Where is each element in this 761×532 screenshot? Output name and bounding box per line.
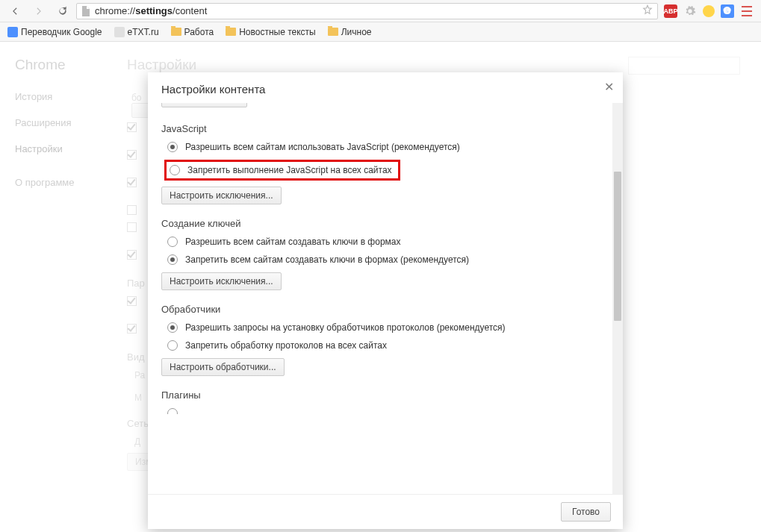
bookmark-label: Переводчик Google (21, 27, 102, 37)
radio-label: Разрешить всем сайтам использовать JavaS… (185, 142, 460, 152)
radio-label: Разрешить запросы на установку обработчи… (185, 322, 506, 333)
arrow-left-icon (10, 6, 20, 16)
adblock-icon[interactable]: ABP (664, 4, 677, 18)
forward-button[interactable] (28, 2, 49, 20)
bookmark-personal[interactable]: Личное (328, 27, 372, 37)
bookmark-translator[interactable]: Переводчик Google (7, 27, 102, 37)
section-keys-title: Создание ключей (161, 218, 609, 229)
handlers-exceptions-button[interactable]: Настроить обработчики... (161, 358, 285, 376)
bookmark-label: Личное (341, 27, 372, 37)
js-exceptions-button[interactable]: Настроить исключения... (161, 187, 282, 204)
bookmark-work[interactable]: Работа (171, 27, 214, 37)
radio-js-allow[interactable]: Разрешить всем сайтам использовать JavaS… (167, 142, 609, 152)
bookmark-icon (7, 27, 18, 37)
arrow-right-icon (34, 6, 44, 16)
url-prefix: chrome:// (95, 5, 135, 16)
menu-icon (742, 6, 752, 7)
browser-toolbar: chrome://settings/content ABP 🅖 (0, 0, 761, 22)
scrollbar-thumb[interactable] (614, 172, 621, 321)
radio-icon (167, 237, 178, 247)
google-translate-icon[interactable]: 🅖 (721, 4, 734, 18)
dialog-close-button[interactable]: ✕ (604, 80, 614, 94)
bookmark-label: Работа (184, 27, 214, 37)
done-button[interactable]: Готово (561, 502, 611, 522)
content-settings-dialog: Настройки контента ✕ ...................… (148, 72, 623, 529)
bookmark-label: eTXT.ru (128, 27, 159, 37)
dialog-footer: Готово (148, 494, 623, 529)
extension-icons: ABP 🅖 (661, 4, 757, 18)
bookmark-label: Новостные тексты (239, 27, 316, 37)
section-handlers-title: Обработчики (161, 304, 609, 315)
radio-label: Запретить выполнение JavaScript на всех … (187, 165, 392, 175)
radio-handlers-allow[interactable]: Разрешить запросы на установку обработчи… (167, 322, 609, 333)
radio-js-block[interactable]: Запретить выполнение JavaScript на всех … (170, 165, 392, 175)
omnibox[interactable]: chrome://settings/content (76, 3, 658, 19)
folder-icon (328, 28, 338, 36)
dialog-body: ............................ JavaScript … (148, 103, 623, 494)
radio-icon (170, 165, 180, 175)
radio-icon (167, 340, 178, 351)
radio-label: Запретить всем сайтам создавать ключи в … (185, 254, 469, 265)
radio-handlers-block[interactable]: Запретить обработку протоколов на всех с… (167, 340, 609, 351)
truncated-exceptions-button[interactable]: ............................ (161, 103, 247, 107)
folder-icon (171, 28, 181, 36)
radio-keys-allow[interactable]: Разрешить всем сайтам создавать ключи в … (167, 237, 609, 247)
highlighted-option: Запретить выполнение JavaScript на всех … (164, 160, 400, 181)
dialog-header: Настройки контента ✕ (148, 72, 623, 103)
extension-gear-icon[interactable] (683, 4, 697, 18)
bookmark-news[interactable]: Новостные тексты (226, 27, 316, 37)
radio-label: Запретить обработку протоколов на всех с… (185, 340, 387, 351)
radio-keys-block[interactable]: Запретить всем сайтам создавать ключи в … (167, 254, 609, 265)
reload-icon (58, 6, 68, 16)
radio-icon (167, 254, 178, 265)
reload-button[interactable] (52, 2, 73, 20)
page-icon (81, 6, 90, 16)
scrollbar-track[interactable] (612, 103, 623, 494)
url-path: /content (173, 5, 207, 16)
dialog-title: Настройки контента (161, 83, 265, 96)
radio-plugins-partial[interactable] (167, 408, 609, 414)
bookmarks-bar: Переводчик Google eTXT.ru Работа Новостн… (0, 22, 761, 42)
radio-label: Разрешить всем сайтам создавать ключи в … (185, 237, 401, 247)
section-javascript-title: JavaScript (161, 123, 609, 134)
bookmark-star-icon[interactable] (642, 4, 653, 17)
radio-icon (167, 142, 178, 152)
bookmark-etxt[interactable]: eTXT.ru (114, 27, 159, 37)
menu-button[interactable] (740, 4, 754, 18)
keys-exceptions-button[interactable]: Настроить исключения... (161, 272, 282, 290)
radio-icon (167, 322, 178, 333)
url-text: chrome://settings/content (95, 5, 638, 16)
extension-yellow-icon[interactable] (703, 5, 715, 17)
radio-icon (167, 408, 178, 414)
section-plugins-title: Плагины (161, 389, 609, 401)
folder-icon (226, 28, 236, 36)
back-button[interactable] (4, 2, 25, 20)
url-host: settings (135, 5, 173, 16)
bookmark-icon (114, 27, 125, 37)
